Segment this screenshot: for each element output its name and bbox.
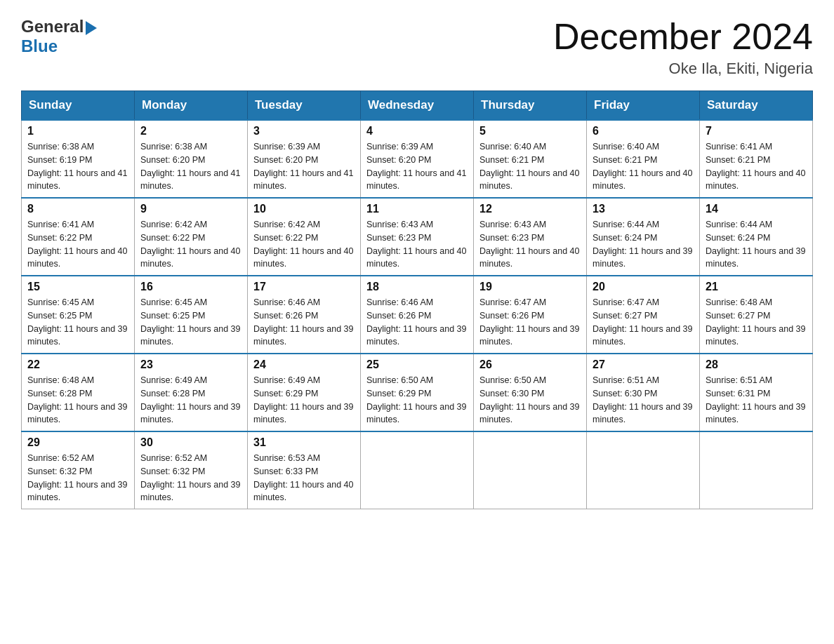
calendar-cell: 26 Sunrise: 6:50 AM Sunset: 6:30 PM Dayl… <box>474 354 587 431</box>
day-info: Sunrise: 6:50 AM Sunset: 6:29 PM Dayligh… <box>366 374 468 427</box>
day-number: 31 <box>253 436 355 449</box>
calendar-cell: 25 Sunrise: 6:50 AM Sunset: 6:29 PM Dayl… <box>361 354 474 431</box>
calendar-cell: 12 Sunrise: 6:43 AM Sunset: 6:23 PM Dayl… <box>474 198 587 276</box>
day-info: Sunrise: 6:41 AM Sunset: 6:22 PM Dayligh… <box>27 218 128 271</box>
col-monday: Monday <box>135 91 248 121</box>
day-number: 2 <box>140 125 241 137</box>
calendar-cell: 10 Sunrise: 6:42 AM Sunset: 6:22 PM Dayl… <box>248 198 361 276</box>
calendar-cell: 24 Sunrise: 6:49 AM Sunset: 6:29 PM Dayl… <box>248 354 361 431</box>
col-tuesday: Tuesday <box>248 91 361 121</box>
calendar-cell: 27 Sunrise: 6:51 AM Sunset: 6:30 PM Dayl… <box>587 354 700 431</box>
calendar-cell: 15 Sunrise: 6:45 AM Sunset: 6:25 PM Dayl… <box>22 276 135 354</box>
calendar-cell: 21 Sunrise: 6:48 AM Sunset: 6:27 PM Dayl… <box>700 276 813 354</box>
day-number: 6 <box>593 125 694 137</box>
day-info: Sunrise: 6:48 AM Sunset: 6:28 PM Dayligh… <box>27 374 128 427</box>
calendar-cell: 16 Sunrise: 6:45 AM Sunset: 6:25 PM Dayl… <box>135 276 248 354</box>
calendar-cell: 9 Sunrise: 6:42 AM Sunset: 6:22 PM Dayli… <box>135 198 248 276</box>
day-number: 18 <box>366 281 468 293</box>
calendar-cell: 31 Sunrise: 6:53 AM Sunset: 6:33 PM Dayl… <box>248 431 361 509</box>
day-info: Sunrise: 6:45 AM Sunset: 6:25 PM Dayligh… <box>27 296 128 349</box>
day-number: 1 <box>27 125 128 137</box>
calendar-cell: 5 Sunrise: 6:40 AM Sunset: 6:21 PM Dayli… <box>474 120 587 198</box>
calendar-cell: 28 Sunrise: 6:51 AM Sunset: 6:31 PM Dayl… <box>700 354 813 431</box>
day-number: 10 <box>253 203 355 215</box>
day-number: 22 <box>27 358 128 371</box>
calendar-cell <box>361 431 474 509</box>
day-number: 16 <box>140 281 241 293</box>
calendar-cell: 1 Sunrise: 6:38 AM Sunset: 6:19 PM Dayli… <box>22 120 135 198</box>
calendar-cell: 20 Sunrise: 6:47 AM Sunset: 6:27 PM Dayl… <box>587 276 700 354</box>
day-info: Sunrise: 6:48 AM Sunset: 6:27 PM Dayligh… <box>706 296 807 349</box>
day-number: 15 <box>27 281 128 293</box>
week-row-2: 8 Sunrise: 6:41 AM Sunset: 6:22 PM Dayli… <box>22 198 813 276</box>
day-number: 11 <box>366 203 468 215</box>
day-number: 7 <box>706 125 807 137</box>
calendar-cell: 11 Sunrise: 6:43 AM Sunset: 6:23 PM Dayl… <box>361 198 474 276</box>
day-number: 19 <box>479 281 581 293</box>
week-row-4: 22 Sunrise: 6:48 AM Sunset: 6:28 PM Dayl… <box>22 354 813 431</box>
day-number: 25 <box>366 358 468 371</box>
day-number: 12 <box>479 203 581 215</box>
calendar-cell: 3 Sunrise: 6:39 AM Sunset: 6:20 PM Dayli… <box>248 120 361 198</box>
day-info: Sunrise: 6:40 AM Sunset: 6:21 PM Dayligh… <box>593 140 694 193</box>
logo: General Blue <box>21 17 97 56</box>
page-header: General Blue December 2024 Oke Ila, Ekit… <box>21 17 813 78</box>
day-info: Sunrise: 6:42 AM Sunset: 6:22 PM Dayligh… <box>140 218 241 271</box>
day-info: Sunrise: 6:49 AM Sunset: 6:29 PM Dayligh… <box>253 374 355 427</box>
calendar-cell: 19 Sunrise: 6:47 AM Sunset: 6:26 PM Dayl… <box>474 276 587 354</box>
logo-blue-text: Blue <box>21 36 58 55</box>
day-number: 30 <box>140 436 241 449</box>
logo-general-text: General <box>21 17 84 36</box>
calendar-cell: 18 Sunrise: 6:46 AM Sunset: 6:26 PM Dayl… <box>361 276 474 354</box>
month-title: December 2024 <box>553 17 813 57</box>
col-thursday: Thursday <box>474 91 587 121</box>
calendar-cell: 22 Sunrise: 6:48 AM Sunset: 6:28 PM Dayl… <box>22 354 135 431</box>
location-text: Oke Ila, Ekiti, Nigeria <box>553 60 813 78</box>
calendar-cell: 6 Sunrise: 6:40 AM Sunset: 6:21 PM Dayli… <box>587 120 700 198</box>
day-info: Sunrise: 6:39 AM Sunset: 6:20 PM Dayligh… <box>366 140 468 193</box>
day-number: 21 <box>706 281 807 293</box>
day-number: 3 <box>253 125 355 137</box>
col-saturday: Saturday <box>700 91 813 121</box>
week-row-1: 1 Sunrise: 6:38 AM Sunset: 6:19 PM Dayli… <box>22 120 813 198</box>
calendar-table: Sunday Monday Tuesday Wednesday Thursday… <box>21 90 813 509</box>
day-info: Sunrise: 6:49 AM Sunset: 6:28 PM Dayligh… <box>140 374 241 427</box>
calendar-cell: 4 Sunrise: 6:39 AM Sunset: 6:20 PM Dayli… <box>361 120 474 198</box>
day-number: 13 <box>593 203 694 215</box>
day-info: Sunrise: 6:51 AM Sunset: 6:31 PM Dayligh… <box>706 374 807 427</box>
day-info: Sunrise: 6:46 AM Sunset: 6:26 PM Dayligh… <box>253 296 355 349</box>
calendar-cell: 7 Sunrise: 6:41 AM Sunset: 6:21 PM Dayli… <box>700 120 813 198</box>
day-number: 29 <box>27 436 128 449</box>
day-info: Sunrise: 6:43 AM Sunset: 6:23 PM Dayligh… <box>366 218 468 271</box>
day-info: Sunrise: 6:44 AM Sunset: 6:24 PM Dayligh… <box>706 218 807 271</box>
day-info: Sunrise: 6:52 AM Sunset: 6:32 PM Dayligh… <box>140 452 241 504</box>
calendar-cell: 23 Sunrise: 6:49 AM Sunset: 6:28 PM Dayl… <box>135 354 248 431</box>
day-number: 26 <box>479 358 581 371</box>
day-info: Sunrise: 6:45 AM Sunset: 6:25 PM Dayligh… <box>140 296 241 349</box>
col-friday: Friday <box>587 91 700 121</box>
calendar-cell <box>700 431 813 509</box>
col-wednesday: Wednesday <box>361 91 474 121</box>
day-number: 14 <box>706 203 807 215</box>
day-info: Sunrise: 6:47 AM Sunset: 6:27 PM Dayligh… <box>593 296 694 349</box>
day-number: 4 <box>366 125 468 137</box>
day-info: Sunrise: 6:47 AM Sunset: 6:26 PM Dayligh… <box>479 296 581 349</box>
week-row-3: 15 Sunrise: 6:45 AM Sunset: 6:25 PM Dayl… <box>22 276 813 354</box>
day-info: Sunrise: 6:38 AM Sunset: 6:19 PM Dayligh… <box>27 140 128 193</box>
title-section: December 2024 Oke Ila, Ekiti, Nigeria <box>553 17 813 78</box>
day-number: 5 <box>479 125 581 137</box>
day-info: Sunrise: 6:50 AM Sunset: 6:30 PM Dayligh… <box>479 374 581 427</box>
day-info: Sunrise: 6:41 AM Sunset: 6:21 PM Dayligh… <box>706 140 807 193</box>
day-number: 27 <box>593 358 694 371</box>
calendar-cell: 2 Sunrise: 6:38 AM Sunset: 6:20 PM Dayli… <box>135 120 248 198</box>
day-info: Sunrise: 6:39 AM Sunset: 6:20 PM Dayligh… <box>253 140 355 193</box>
calendar-cell: 13 Sunrise: 6:44 AM Sunset: 6:24 PM Dayl… <box>587 198 700 276</box>
day-info: Sunrise: 6:46 AM Sunset: 6:26 PM Dayligh… <box>366 296 468 349</box>
calendar-cell: 30 Sunrise: 6:52 AM Sunset: 6:32 PM Dayl… <box>135 431 248 509</box>
day-info: Sunrise: 6:38 AM Sunset: 6:20 PM Dayligh… <box>140 140 241 193</box>
day-number: 28 <box>706 358 807 371</box>
calendar-cell: 17 Sunrise: 6:46 AM Sunset: 6:26 PM Dayl… <box>248 276 361 354</box>
day-number: 17 <box>253 281 355 293</box>
day-info: Sunrise: 6:43 AM Sunset: 6:23 PM Dayligh… <box>479 218 581 271</box>
day-info: Sunrise: 6:51 AM Sunset: 6:30 PM Dayligh… <box>593 374 694 427</box>
